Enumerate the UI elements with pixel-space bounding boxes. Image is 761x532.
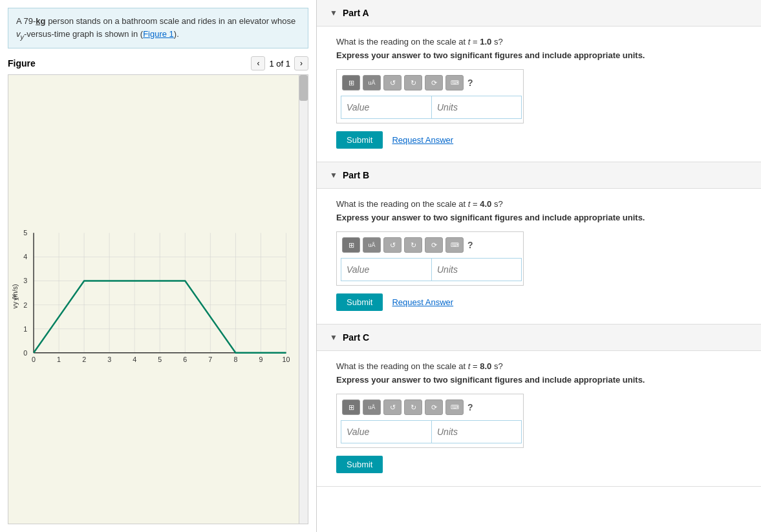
svg-text:3: 3 (23, 277, 27, 285)
part-c-matrix-btn[interactable]: ⊞ (342, 399, 360, 415)
svg-text:10: 10 (283, 356, 290, 364)
scrollbar-track[interactable] (299, 75, 308, 524)
part-c-keyboard-btn[interactable]: ⌨ (445, 399, 464, 415)
part-b-units-input[interactable] (431, 258, 522, 281)
part-c-redo-btn[interactable]: ↻ (404, 399, 422, 415)
part-a-value-input[interactable] (341, 96, 431, 119)
part-c-undo-btn[interactable]: ↺ (383, 399, 402, 415)
svg-text:1: 1 (23, 325, 27, 333)
svg-text:5: 5 (158, 356, 162, 364)
part-b-answer-box: ⊞ uÅ ↺ ↻ ⟳ ⌨ (336, 231, 524, 286)
graph-inner: 0 1 2 3 4 5 6 7 8 9 10 0 1 2 3 4 (8, 75, 299, 524)
part-b-keyboard-btn[interactable]: ⌨ (445, 237, 464, 253)
part-b-redo-btn[interactable]: ↻ (404, 237, 422, 253)
part-c-refresh-btn[interactable]: ⟳ (425, 399, 443, 415)
part-b-undo-btn[interactable]: ↺ (383, 237, 402, 253)
part-c-help-icon[interactable]: ? (467, 402, 473, 412)
svg-text:4: 4 (23, 253, 27, 261)
part-c-submit-button[interactable]: Submit (336, 456, 383, 473)
figure-link[interactable]: Figure 1 (143, 29, 174, 39)
font-icon: uÅ (368, 80, 375, 86)
part-b-help-icon[interactable]: ? (467, 240, 473, 250)
part-c-label: Part C (343, 332, 369, 343)
part-a-instruction: Express your answer to two significant f… (336, 50, 742, 60)
svg-text:5: 5 (23, 229, 27, 237)
svg-text:2: 2 (82, 356, 86, 364)
part-c-question: What is the reading on the scale at t = … (336, 361, 742, 371)
part-a-matrix-btn[interactable]: ⊞ (342, 75, 360, 90)
refresh-icon-c: ⟳ (431, 403, 437, 412)
part-c-toolbar: ⊞ uÅ ↺ ↻ ⟳ ⌨ (341, 398, 519, 416)
part-a-help-icon[interactable]: ? (467, 78, 473, 88)
part-a-undo-btn[interactable]: ↺ (383, 75, 402, 90)
part-b-submit-button[interactable]: Submit (336, 293, 383, 311)
part-c-input-row (341, 420, 519, 443)
part-b-font-btn[interactable]: uÅ (363, 237, 381, 253)
part-a-content: What is the reading on the scale at t = … (317, 27, 761, 162)
svg-text:8: 8 (233, 356, 237, 364)
matrix-icon-b: ⊞ (348, 241, 354, 250)
matrix-icon-c: ⊞ (348, 403, 354, 412)
part-b-instruction: Express your answer to two significant f… (336, 213, 742, 222)
part-a-collapse-icon[interactable]: ▼ (330, 8, 338, 17)
part-a-keyboard-btn[interactable]: ⌨ (445, 75, 464, 90)
part-a-refresh-btn[interactable]: ⟳ (425, 75, 443, 90)
refresh-icon-b: ⟳ (431, 241, 437, 250)
part-c-units-input[interactable] (431, 420, 522, 443)
part-c-action-row: Submit (336, 456, 742, 473)
part-a-request-answer-button[interactable]: Request Answer (392, 135, 453, 145)
svg-text:0: 0 (32, 356, 36, 364)
part-c-font-btn[interactable]: uÅ (363, 399, 381, 415)
part-c-instruction: Express your answer to two significant f… (336, 375, 742, 385)
part-a-submit-button[interactable]: Submit (336, 131, 383, 149)
graph-svg: 0 1 2 3 4 5 6 7 8 9 10 0 1 2 3 4 (8, 75, 299, 524)
svg-text:vy (m/s): vy (m/s) (11, 284, 19, 309)
part-b-header: ▼ Part B (317, 162, 761, 189)
scrollbar-thumb[interactable] (299, 75, 308, 101)
undo-icon: ↺ (390, 79, 396, 87)
part-b-request-answer-button[interactable]: Request Answer (392, 297, 453, 307)
part-a-label: Part A (343, 8, 369, 18)
figure-next-button[interactable]: › (294, 56, 308, 70)
redo-icon: ↻ (411, 79, 416, 87)
figure-title: Figure (8, 58, 36, 69)
keyboard-icon-b: ⌨ (451, 242, 459, 248)
part-b-toolbar: ⊞ uÅ ↺ ↻ ⟳ ⌨ (341, 236, 519, 254)
part-a-question: What is the reading on the scale at t = … (336, 37, 742, 47)
svg-text:2: 2 (23, 301, 27, 309)
figure-header: Figure ‹ 1 of 1 › (8, 56, 308, 70)
part-b-value-input[interactable] (341, 258, 431, 281)
keyboard-icon: ⌨ (451, 80, 459, 86)
svg-text:4: 4 (133, 356, 136, 364)
part-b-collapse-icon[interactable]: ▼ (330, 171, 338, 180)
chevron-right-icon: › (300, 59, 303, 68)
svg-text:9: 9 (259, 356, 263, 364)
svg-text:6: 6 (183, 356, 187, 364)
part-a-font-btn[interactable]: uÅ (363, 75, 381, 90)
part-a-input-row (341, 96, 519, 119)
part-a-units-input[interactable] (431, 96, 522, 119)
part-c-collapse-icon[interactable]: ▼ (330, 333, 338, 342)
part-c-value-input[interactable] (341, 420, 431, 443)
font-icon-c: uÅ (368, 404, 375, 410)
part-a-redo-btn[interactable]: ↻ (404, 75, 422, 90)
part-b-matrix-btn[interactable]: ⊞ (342, 237, 360, 253)
graph-container: 0 1 2 3 4 5 6 7 8 9 10 0 1 2 3 4 (8, 74, 308, 524)
svg-text:7: 7 (208, 356, 212, 364)
refresh-icon: ⟳ (431, 79, 437, 87)
svg-text:1: 1 (57, 356, 61, 364)
matrix-icon: ⊞ (348, 79, 354, 87)
undo-icon-c: ↺ (390, 403, 396, 412)
right-panel: ▼ Part A What is the reading on the scal… (317, 0, 761, 532)
part-b-section: ▼ Part B What is the reading on the scal… (317, 162, 761, 325)
figure-section: Figure ‹ 1 of 1 › (0, 56, 316, 532)
part-c-content: What is the reading on the scale at t = … (317, 351, 761, 486)
redo-icon-c: ↻ (411, 403, 416, 412)
part-b-refresh-btn[interactable]: ⟳ (425, 237, 443, 253)
redo-icon-b: ↻ (411, 241, 416, 250)
part-c-header: ▼ Part C (317, 325, 761, 351)
part-a-section: ▼ Part A What is the reading on the scal… (317, 0, 761, 162)
left-panel: A 79-kg person stands on a bathroom scal… (0, 0, 317, 532)
svg-text:3: 3 (107, 356, 111, 364)
figure-prev-button[interactable]: ‹ (251, 56, 265, 70)
